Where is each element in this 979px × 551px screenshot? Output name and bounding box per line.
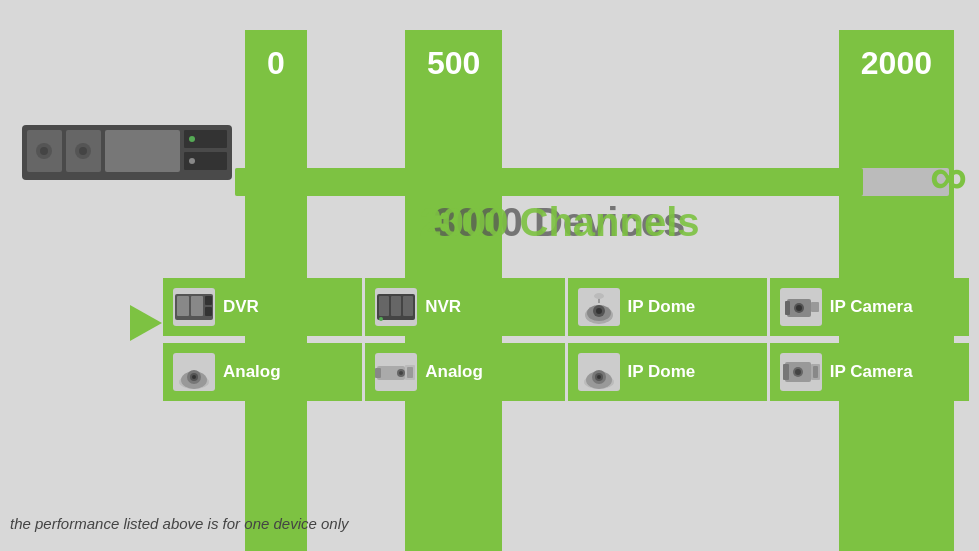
svg-rect-55 <box>813 366 818 378</box>
svg-rect-19 <box>379 296 389 316</box>
svg-point-28 <box>594 293 604 299</box>
svg-rect-16 <box>205 296 212 305</box>
card-dvr-label: DVR <box>223 297 259 317</box>
card-ip-dome-2-label: IP Dome <box>628 362 696 382</box>
timeline-value-0: 0 <box>267 45 285 81</box>
svg-rect-30 <box>785 301 790 315</box>
svg-point-9 <box>40 147 48 155</box>
svg-rect-14 <box>177 296 189 316</box>
device-grid: DVR NVR <box>163 278 969 405</box>
analog-dome-icon <box>173 353 215 391</box>
svg-rect-15 <box>191 296 203 316</box>
svg-point-53 <box>795 369 801 375</box>
card-analog-label: Analog <box>223 362 281 382</box>
card-analog: Analog <box>163 343 362 401</box>
svg-rect-21 <box>403 296 413 316</box>
main-container: 0 500 2000 ∞ 2000 Channels 3000 Devices <box>0 0 979 551</box>
card-ip-dome-2: IP Dome <box>568 343 767 401</box>
svg-rect-17 <box>205 307 212 316</box>
dvr-arrow <box>130 305 162 345</box>
overlay-labels: 2000 Channels 3000 Devices <box>220 200 899 265</box>
svg-point-38 <box>192 375 196 379</box>
card-ip-dome-1: IP Dome <box>568 278 767 336</box>
svg-point-7 <box>189 158 195 164</box>
svg-point-32 <box>796 305 802 311</box>
progress-bar-fill <box>235 168 863 196</box>
dvr-device-image <box>22 120 237 185</box>
card-nvr-label: NVR <box>425 297 461 317</box>
ip-dome-2-icon <box>578 353 620 391</box>
card-ip-camera-1-label: IP Camera <box>830 297 913 317</box>
ip-dome-1-icon <box>578 288 620 326</box>
card-ip-camera-2: IP Camera <box>770 343 969 401</box>
svg-rect-20 <box>391 296 401 316</box>
svg-point-49 <box>597 375 601 379</box>
svg-point-6 <box>189 136 195 142</box>
svg-point-26 <box>596 308 602 314</box>
channels-label: 2000 Channels <box>220 200 899 245</box>
svg-point-42 <box>399 371 403 375</box>
svg-point-11 <box>79 147 87 155</box>
card-dvr: DVR <box>163 278 362 336</box>
dvr-icon <box>173 288 215 326</box>
card-analog-2-label: Analog <box>425 362 483 382</box>
timeline-value-500: 500 <box>427 45 480 81</box>
progress-bar-container: ∞ <box>235 168 949 196</box>
card-nvr: NVR <box>365 278 564 336</box>
bullet-camera-icon <box>375 353 417 391</box>
card-ip-camera-1: IP Camera <box>770 278 969 336</box>
svg-rect-44 <box>407 367 413 378</box>
card-analog-2: Analog <box>365 343 564 401</box>
card-ip-camera-2-label: IP Camera <box>830 362 913 382</box>
svg-marker-12 <box>130 305 162 341</box>
card-ip-dome-1-label: IP Dome <box>628 297 696 317</box>
infinity-icon: ∞ <box>930 150 967 202</box>
nvr-icon <box>375 288 417 326</box>
footer-note: the performance listed above is for one … <box>10 515 349 533</box>
svg-rect-51 <box>783 364 789 380</box>
svg-rect-33 <box>811 302 819 312</box>
ip-camera-1-icon <box>780 288 822 326</box>
svg-rect-40 <box>375 368 381 378</box>
svg-rect-3 <box>105 130 180 172</box>
timeline-value-2000: 2000 <box>861 45 932 81</box>
ip-camera-2-icon <box>780 353 822 391</box>
svg-point-22 <box>379 317 383 321</box>
